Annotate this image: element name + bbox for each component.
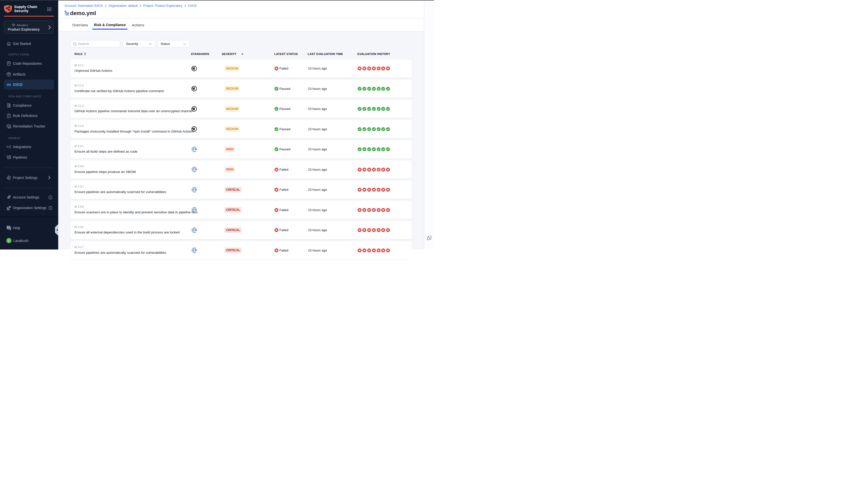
svg-text:CIS: CIS bbox=[193, 209, 197, 211]
svg-text:CIS: CIS bbox=[193, 249, 197, 250]
svg-text:CIS: CIS bbox=[193, 148, 197, 150]
svg-text:CIS: CIS bbox=[193, 188, 197, 191]
svg-text:?: ? bbox=[8, 226, 9, 228]
svg-text:CIS: CIS bbox=[193, 229, 197, 231]
svg-text:CIS: CIS bbox=[193, 168, 197, 171]
